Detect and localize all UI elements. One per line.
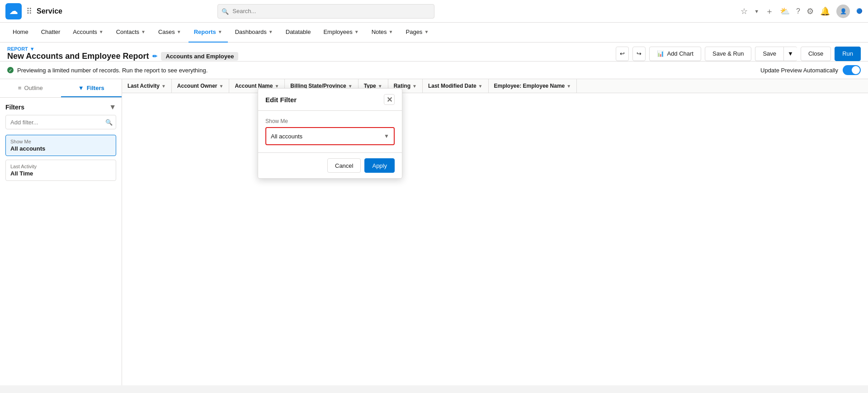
add-filter-input[interactable] bbox=[5, 115, 116, 129]
add-filter-search-icon: 🔍 bbox=[105, 119, 113, 126]
cloud-icon[interactable]: ⛅ bbox=[780, 6, 790, 16]
nav-chatter[interactable]: Chatter bbox=[36, 23, 66, 43]
preview-message-area: ✓ Previewing a limited number of records… bbox=[7, 67, 208, 74]
report-title: New Accounts and Employee Report ✏ Accou… bbox=[7, 52, 238, 61]
cases-chevron-icon: ▼ bbox=[177, 29, 181, 34]
gear-icon[interactable]: ⚙ bbox=[807, 6, 814, 16]
star-icon[interactable]: ☆ bbox=[741, 6, 748, 16]
modal-select-wrap: All accounts My accounts My team's accou… bbox=[265, 127, 395, 145]
modal-show-me-select[interactable]: All accounts My accounts My team's accou… bbox=[266, 128, 394, 144]
table-area: Last Activity ▼ Account Owner ▼ Account … bbox=[122, 79, 868, 385]
modal-title: Edit Filter bbox=[265, 96, 297, 104]
notification-dot: 🔵 bbox=[856, 8, 863, 14]
edit-filter-modal: Edit Filter ✕ Show Me All accounts My ac… bbox=[258, 88, 402, 179]
notes-chevron-icon: ▼ bbox=[389, 29, 393, 34]
filters-title: Filters ▼ bbox=[5, 103, 116, 111]
search-bar: 🔍 bbox=[217, 4, 434, 19]
nav-contacts[interactable]: Contacts ▼ bbox=[111, 23, 151, 43]
modal-footer: Cancel Apply bbox=[258, 152, 402, 178]
nav-datatable[interactable]: Datatable bbox=[280, 23, 316, 43]
nav-home[interactable]: Home bbox=[7, 23, 34, 43]
success-icon: ✓ bbox=[7, 67, 14, 73]
nav-cases[interactable]: Cases ▼ bbox=[153, 23, 187, 43]
search-icon: 🔍 bbox=[222, 8, 229, 14]
preview-toggle[interactable] bbox=[843, 65, 861, 75]
help-icon[interactable]: ? bbox=[796, 7, 800, 15]
app-name: Service bbox=[37, 7, 62, 15]
avatar[interactable]: 👤 bbox=[836, 5, 850, 18]
save-group: Save ▼ bbox=[755, 47, 797, 61]
outline-icon: ≡ bbox=[18, 85, 22, 91]
contacts-chevron-icon: ▼ bbox=[141, 29, 146, 34]
sidebar-content: Filters ▼ 🔍 Show Me All accounts Last Ac… bbox=[0, 98, 122, 385]
nav-bar: Home Chatter Accounts ▼ Contacts ▼ Cases… bbox=[0, 23, 868, 43]
main-content: › Fields ≡ Outline ▼ Filters Filters ▼ 🔍… bbox=[0, 79, 868, 385]
search-input[interactable] bbox=[217, 4, 434, 19]
dashboards-chevron-icon: ▼ bbox=[269, 29, 273, 34]
report-badge: Accounts and Employee bbox=[161, 52, 238, 61]
bell-icon[interactable]: 🔔 bbox=[820, 6, 830, 16]
redo-button[interactable]: ↪ bbox=[632, 47, 646, 61]
report-dropdown-icon[interactable]: ▼ bbox=[30, 46, 35, 52]
modal-header: Edit Filter ✕ bbox=[258, 89, 402, 111]
sidebar: › Fields ≡ Outline ▼ Filters Filters ▼ 🔍… bbox=[0, 79, 122, 385]
run-button[interactable]: Run bbox=[835, 47, 861, 61]
undo-button[interactable]: ↩ bbox=[616, 47, 629, 61]
reports-chevron-icon: ▼ bbox=[218, 29, 222, 34]
top-bar: ☁ ⠿ Service 🔍 ☆ ▼ ＋ ⛅ ? ⚙ 🔔 👤 🔵 bbox=[0, 0, 868, 23]
cancel-button[interactable]: Cancel bbox=[327, 158, 361, 173]
preview-bar: ✓ Previewing a limited number of records… bbox=[0, 62, 868, 79]
filter-show-me-label: Show Me bbox=[10, 139, 111, 144]
sidebar-tab-outline[interactable]: ≡ Outline bbox=[0, 79, 61, 97]
plus-icon[interactable]: ＋ bbox=[765, 6, 774, 17]
filter-last-activity-value: All Time bbox=[10, 170, 111, 177]
report-label: REPORT ▼ bbox=[7, 46, 238, 52]
filter-icon: ▼ bbox=[78, 85, 84, 91]
nav-dashboards[interactable]: Dashboards ▼ bbox=[230, 23, 278, 43]
save-run-button[interactable]: Save & Run bbox=[705, 47, 751, 61]
save-dropdown-button[interactable]: ▼ bbox=[783, 47, 797, 61]
top-bar-right: ☆ ▼ ＋ ⛅ ? ⚙ 🔔 👤 🔵 bbox=[741, 5, 863, 18]
preview-toggle-area: Update Preview Automatically bbox=[760, 65, 861, 75]
sidebar-tab-filters[interactable]: ▼ Filters bbox=[61, 79, 122, 97]
sub-header: REPORT ▼ New Accounts and Employee Repor… bbox=[0, 43, 868, 62]
chart-icon: 📊 bbox=[657, 50, 664, 57]
save-button[interactable]: Save bbox=[755, 47, 783, 61]
modal-overlay: Edit Filter ✕ Show Me All accounts My ac… bbox=[122, 79, 868, 385]
nav-employees[interactable]: Employees ▼ bbox=[318, 23, 364, 43]
sub-header-actions: ↩ ↪ 📊 Add Chart Save & Run Save ▼ Close … bbox=[616, 47, 861, 61]
modal-close-button[interactable]: ✕ bbox=[384, 94, 395, 105]
accounts-chevron-icon: ▼ bbox=[99, 29, 104, 34]
filters-dropdown-icon[interactable]: ▼ bbox=[109, 103, 116, 111]
employees-chevron-icon: ▼ bbox=[354, 29, 359, 34]
close-button[interactable]: Close bbox=[801, 47, 831, 61]
nav-notes[interactable]: Notes ▼ bbox=[366, 23, 399, 43]
nav-reports[interactable]: Reports ▼ bbox=[189, 23, 228, 43]
salesforce-logo: ☁ bbox=[5, 3, 22, 19]
sidebar-tabs: ≡ Outline ▼ Filters bbox=[0, 79, 122, 98]
nav-pages[interactable]: Pages ▼ bbox=[401, 23, 434, 43]
add-filter-wrap: 🔍 bbox=[5, 115, 116, 129]
star-dropdown-icon[interactable]: ▼ bbox=[754, 9, 759, 14]
add-chart-button[interactable]: 📊 Add Chart bbox=[649, 47, 701, 61]
filter-last-activity[interactable]: Last Activity All Time bbox=[5, 160, 116, 181]
filter-show-me-value: All accounts bbox=[10, 145, 111, 152]
grid-icon[interactable]: ⠿ bbox=[26, 6, 32, 16]
filter-show-me[interactable]: Show Me All accounts bbox=[5, 135, 116, 156]
pages-chevron-icon: ▼ bbox=[424, 29, 429, 34]
nav-accounts[interactable]: Accounts ▼ bbox=[67, 23, 108, 43]
filter-last-activity-label: Last Activity bbox=[10, 164, 111, 169]
edit-title-icon[interactable]: ✏ bbox=[152, 53, 157, 60]
apply-button[interactable]: Apply bbox=[364, 158, 395, 173]
modal-show-me-label: Show Me bbox=[265, 118, 395, 124]
modal-body: Show Me All accounts My accounts My team… bbox=[258, 111, 402, 152]
